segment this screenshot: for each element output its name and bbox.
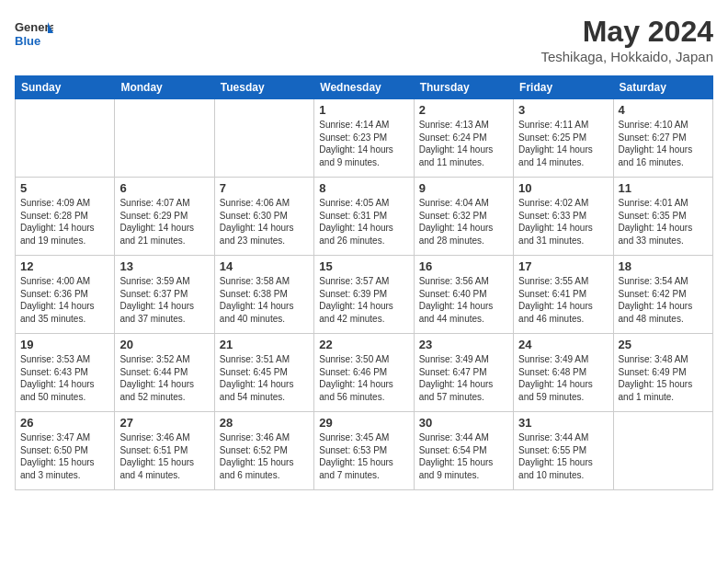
calendar-week-4: 26Sunrise: 3:47 AMSunset: 6:50 PMDayligh… [16,412,713,490]
day-info: Sunrise: 4:14 AMSunset: 6:23 PMDaylight:… [319,119,408,168]
calendar-cell [16,99,115,178]
calendar-cell: 9Sunrise: 4:04 AMSunset: 6:32 PMDaylight… [414,178,513,256]
calendar-cell: 23Sunrise: 3:49 AMSunset: 6:47 PMDayligh… [414,334,513,412]
weekday-header-row: SundayMondayTuesdayWednesdayThursdayFrid… [16,76,713,99]
title-block: May 2024 Teshikaga, Hokkaido, Japan [540,15,713,64]
day-info: Sunrise: 4:04 AMSunset: 6:32 PMDaylight:… [419,197,508,247]
calendar-cell [214,99,313,178]
weekday-header-tuesday: Tuesday [214,76,313,99]
day-info: Sunrise: 3:47 AMSunset: 6:50 PMDaylight:… [20,431,109,481]
calendar-cell: 4Sunrise: 4:10 AMSunset: 6:27 PMDaylight… [613,99,712,178]
calendar-week-3: 19Sunrise: 3:53 AMSunset: 6:43 PMDayligh… [16,334,713,412]
calendar-cell: 10Sunrise: 4:02 AMSunset: 6:33 PMDayligh… [514,178,613,256]
day-number: 20 [119,338,209,351]
calendar-cell: 21Sunrise: 3:51 AMSunset: 6:45 PMDayligh… [214,334,313,412]
day-number: 17 [518,259,608,273]
day-number: 19 [20,338,109,351]
day-info: Sunrise: 4:09 AMSunset: 6:28 PMDaylight:… [20,197,109,247]
day-number: 9 [419,181,508,195]
calendar-cell: 25Sunrise: 3:48 AMSunset: 6:49 PMDayligh… [613,334,712,412]
day-info: Sunrise: 3:57 AMSunset: 6:39 PMDaylight:… [319,275,408,325]
calendar-cell: 29Sunrise: 3:45 AMSunset: 6:53 PMDayligh… [314,412,414,490]
day-number: 27 [119,416,209,430]
day-info: Sunrise: 3:56 AMSunset: 6:40 PMDaylight:… [419,275,508,325]
calendar-cell: 14Sunrise: 3:58 AMSunset: 6:38 PMDayligh… [214,256,313,334]
day-number: 1 [319,103,408,117]
calendar-cell: 8Sunrise: 4:05 AMSunset: 6:31 PMDaylight… [314,178,414,256]
calendar-cell: 7Sunrise: 4:06 AMSunset: 6:30 PMDaylight… [214,178,313,256]
day-info: Sunrise: 3:49 AMSunset: 6:48 PMDaylight:… [518,353,608,403]
day-number: 6 [119,181,209,195]
calendar-cell: 17Sunrise: 3:55 AMSunset: 6:41 PMDayligh… [514,256,613,334]
calendar-cell: 20Sunrise: 3:52 AMSunset: 6:44 PMDayligh… [115,334,214,412]
day-info: Sunrise: 3:46 AMSunset: 6:51 PMDaylight:… [119,431,209,481]
calendar-cell: 22Sunrise: 3:50 AMSunset: 6:46 PMDayligh… [314,334,414,412]
day-info: Sunrise: 4:01 AMSunset: 6:35 PMDaylight:… [619,197,708,247]
location-title: Teshikaga, Hokkaido, Japan [540,49,713,64]
day-info: Sunrise: 3:55 AMSunset: 6:41 PMDaylight:… [518,275,608,325]
month-title: May 2024 [540,15,713,49]
day-number: 26 [20,416,109,430]
day-number: 5 [20,181,109,195]
calendar-cell: 12Sunrise: 4:00 AMSunset: 6:36 PMDayligh… [16,256,115,334]
logo: General Blue [15,15,53,53]
calendar-cell: 19Sunrise: 3:53 AMSunset: 6:43 PMDayligh… [16,334,115,412]
calendar-cell: 31Sunrise: 3:44 AMSunset: 6:55 PMDayligh… [514,412,613,490]
day-info: Sunrise: 3:46 AMSunset: 6:52 PMDaylight:… [220,431,309,481]
day-info: Sunrise: 4:06 AMSunset: 6:30 PMDaylight:… [220,197,309,247]
calendar-cell: 28Sunrise: 3:46 AMSunset: 6:52 PMDayligh… [214,412,313,490]
day-info: Sunrise: 4:07 AMSunset: 6:29 PMDaylight:… [119,197,209,247]
calendar-cell: 30Sunrise: 3:44 AMSunset: 6:54 PMDayligh… [414,412,513,490]
day-info: Sunrise: 4:10 AMSunset: 6:27 PMDaylight:… [619,119,708,168]
calendar-cell: 27Sunrise: 3:46 AMSunset: 6:51 PMDayligh… [115,412,214,490]
day-number: 22 [319,338,408,351]
weekday-header-thursday: Thursday [414,76,513,99]
day-number: 11 [619,181,708,195]
weekday-header-sunday: Sunday [16,76,115,99]
day-number: 28 [220,416,309,430]
day-number: 23 [419,338,508,351]
calendar-cell: 26Sunrise: 3:47 AMSunset: 6:50 PMDayligh… [16,412,115,490]
day-number: 30 [419,416,508,430]
day-number: 14 [220,259,309,273]
calendar-table: SundayMondayTuesdayWednesdayThursdayFrid… [15,75,713,490]
day-info: Sunrise: 3:45 AMSunset: 6:53 PMDaylight:… [319,431,408,481]
day-info: Sunrise: 3:53 AMSunset: 6:43 PMDaylight:… [20,353,109,403]
day-number: 2 [419,103,508,117]
svg-text:General: General [15,20,53,34]
day-info: Sunrise: 3:59 AMSunset: 6:37 PMDaylight:… [119,275,209,325]
day-number: 21 [220,338,309,351]
day-number: 15 [319,259,408,273]
calendar-cell: 3Sunrise: 4:11 AMSunset: 6:25 PMDaylight… [514,99,613,178]
day-number: 8 [319,181,408,195]
day-number: 12 [20,259,109,273]
day-info: Sunrise: 3:52 AMSunset: 6:44 PMDaylight:… [119,353,209,403]
calendar-week-2: 12Sunrise: 4:00 AMSunset: 6:36 PMDayligh… [16,256,713,334]
day-number: 3 [518,103,608,117]
day-info: Sunrise: 4:00 AMSunset: 6:36 PMDaylight:… [20,275,109,325]
day-info: Sunrise: 3:44 AMSunset: 6:55 PMDaylight:… [518,431,608,481]
calendar-cell [613,412,712,490]
day-number: 13 [119,259,209,273]
calendar-week-1: 5Sunrise: 4:09 AMSunset: 6:28 PMDaylight… [16,178,713,256]
day-info: Sunrise: 4:02 AMSunset: 6:33 PMDaylight:… [518,197,608,247]
day-info: Sunrise: 4:05 AMSunset: 6:31 PMDaylight:… [319,197,408,247]
logo-icon: General Blue [15,15,53,53]
day-info: Sunrise: 3:49 AMSunset: 6:47 PMDaylight:… [419,353,508,403]
day-info: Sunrise: 4:11 AMSunset: 6:25 PMDaylight:… [518,119,608,168]
day-number: 25 [619,338,708,351]
day-info: Sunrise: 3:50 AMSunset: 6:46 PMDaylight:… [319,353,408,403]
calendar-cell: 6Sunrise: 4:07 AMSunset: 6:29 PMDaylight… [115,178,214,256]
calendar-cell: 11Sunrise: 4:01 AMSunset: 6:35 PMDayligh… [613,178,712,256]
day-info: Sunrise: 3:54 AMSunset: 6:42 PMDaylight:… [619,275,708,325]
calendar-cell: 5Sunrise: 4:09 AMSunset: 6:28 PMDaylight… [16,178,115,256]
calendar-cell: 2Sunrise: 4:13 AMSunset: 6:24 PMDaylight… [414,99,513,178]
day-info: Sunrise: 3:51 AMSunset: 6:45 PMDaylight:… [220,353,309,403]
svg-text:Blue: Blue [15,34,40,48]
calendar-cell: 15Sunrise: 3:57 AMSunset: 6:39 PMDayligh… [314,256,414,334]
day-number: 4 [619,103,708,117]
weekday-header-saturday: Saturday [613,76,712,99]
day-number: 31 [518,416,608,430]
calendar-cell: 24Sunrise: 3:49 AMSunset: 6:48 PMDayligh… [514,334,613,412]
day-info: Sunrise: 3:48 AMSunset: 6:49 PMDaylight:… [619,353,708,403]
